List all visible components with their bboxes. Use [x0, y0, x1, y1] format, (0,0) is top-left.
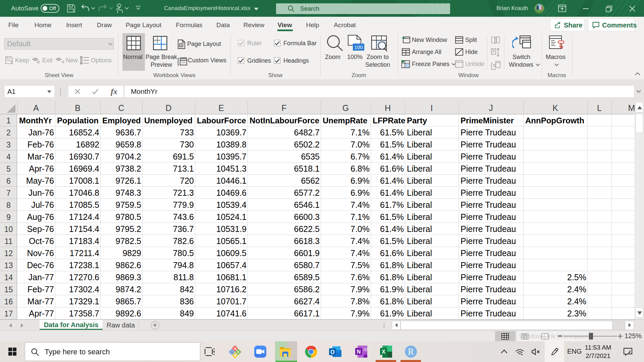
svg-text:O: O [330, 349, 334, 355]
svg-text:N: N [357, 349, 361, 355]
svg-text:X: X [382, 349, 385, 355]
